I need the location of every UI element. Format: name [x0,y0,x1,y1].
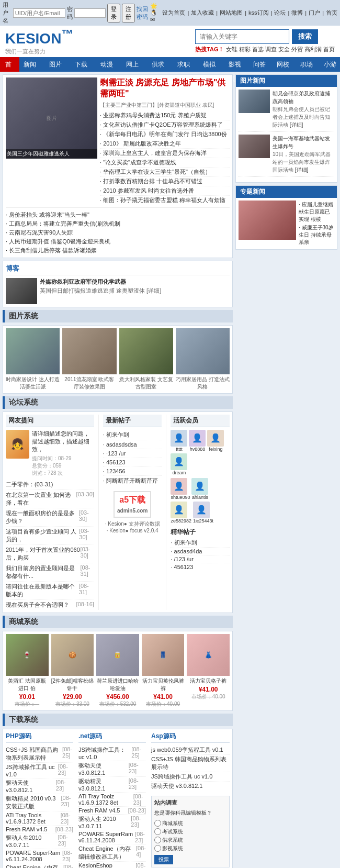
photo-link-1[interactable]: 朝兄会碍京弟及政府逮捕蔬高领袖 [273,91,330,104]
dl-item[interactable]: js web0.059孪拓程工具 v0.1 [151,745,230,755]
forum-list-item[interactable]: 这项目首有多少置业顾问 人员的，[03-30] [6,527,94,545]
survey-radio-2[interactable] [154,828,161,835]
dl-item[interactable]: Fresh RAM v4.5[08-23] [78,807,146,815]
add-fav-link[interactable]: 加入收藏 [191,9,214,17]
member-avatar[interactable]: 👤 [191,478,208,495]
home-link[interactable]: 首页 [326,9,337,17]
list-item[interactable]: · asdasd4da [171,548,230,555]
list-item[interactable]: · asdasdsdsa [103,440,162,449]
member-avatar[interactable]: 👤 [207,430,224,447]
member-avatar[interactable]: 👤 [171,502,187,518]
dl-item[interactable]: JS跨域操作工具 uc v1.0[08-23] [6,763,73,778]
list-item[interactable]: · 阿断断芹开断断芹芹 [103,476,162,486]
nav-video[interactable]: 影视频道 [224,57,250,72]
list-item[interactable]: · /123 /ur [171,555,230,563]
member-avatar[interactable]: 👤 [171,478,187,495]
nav-download[interactable]: 下载频道 [71,57,96,72]
rss-link[interactable]: kss订阅 [248,9,269,17]
dl-item[interactable]: CSS+JS 韩国商品购物系列表展示特[08-25] [6,745,73,763]
member-avatar[interactable]: 👤 [193,502,210,518]
photo-more-1[interactable]: [详细] [290,122,303,128]
list-item[interactable]: · 456123 [171,563,230,571]
dl-item[interactable]: POWARE SuperRam v6.11.24.2008[08-23] [78,830,146,844]
list-item[interactable]: · 文化蓝访认借推广卡Q2OE万容管理系统爆料了 [100,120,230,130]
list-item[interactable]: · 工商总局局：将建立完善严重失信(刷洗机制 [6,219,230,228]
nav-exam[interactable]: 模拟考场 [199,57,224,72]
special-news-item[interactable]: · 应届儿童继赠献生日原愿已实现 根棱 [299,201,334,224]
portal-link[interactable]: 门户 [309,9,320,17]
list-item[interactable]: · ·123 /ur [103,449,162,458]
hot-tag[interactable]: 调查 [265,46,277,52]
dl-item[interactable]: 驱动人生 2010 v3.0.7.11[08-23] [78,815,146,830]
hot-tag[interactable]: 安全 [278,46,290,52]
hot-tag[interactable]: 精彩 [239,46,251,52]
dl-item[interactable]: 驱动精灵 2010 v0.3 安装正式版[08-23] [6,794,73,811]
nav-teacher[interactable]: 网校名师 [274,57,297,72]
pic-thumb-1[interactable] [6,328,60,374]
weibo-link[interactable]: 微博 [291,9,303,17]
forum-list-item[interactable]: 现在一般面积房价的是是多少钱？[03-30] [6,508,94,527]
hot-tag[interactable]: 外贸 [291,46,303,52]
forum-list-item[interactable]: 我们目前房的置业顾问是是都都有什...[08-31] [6,563,94,582]
dl-item[interactable]: ATi Tray Tools v1.6.9.1372 8et[08-23] [6,811,73,826]
forum-list-item[interactable]: 请问往住在最新版本是哪个版本的[08-31] [6,582,94,600]
list-item[interactable]: · "论文买卖"成查学不道德现线 [100,158,230,168]
pic-thumb-4[interactable] [176,328,230,374]
shop-thumb-3[interactable]: 🥫 [96,634,139,676]
photo-thumb-2[interactable] [239,135,270,158]
dl-item[interactable]: 驱动天使 v3.0.812.1[08-23] [78,761,146,777]
forum-list-item[interactable]: 二手零件：(03-31) [6,480,94,490]
list-item[interactable]: · 房价若抬头 或将迎来"当头一棒" [6,210,230,219]
survey-radio-1[interactable] [154,820,161,827]
nav-home[interactable]: 首页 [0,57,19,72]
dl-item[interactable]: 驱动精灵 v3.0.812.1[08-23] [78,777,146,793]
list-item[interactable]: · 长三角刮借儿后停落 借款诉诸婚姻 [6,246,230,255]
find-pwd-link[interactable]: 找回密码 [137,5,148,21]
forum-list-item[interactable]: 现在买房子合不合适啊？[08-16] [6,600,94,610]
shop-thumb-2[interactable]: 🍪 [51,634,94,676]
nav-shop[interactable]: 网上购物 [122,57,148,72]
sitemap-link[interactable]: 网站地图 [220,9,243,17]
list-item[interactable]: · 细图：孙子撬无福宿委古盟糕 称幸福女人有烦恼 [100,196,230,205]
nav-photo[interactable]: 图片频道 [45,57,71,72]
pwd-input[interactable] [74,8,106,18]
forum-list-item[interactable]: 在北京第一次置业 如何选择，看在[03-30] [6,490,94,508]
nav-anime[interactable]: 动漫频道 [96,57,122,72]
dl-item[interactable]: Cheat Engine（内存编辑修改器工具）[08-4] [6,863,73,868]
dl-item[interactable]: 驱动人生2010 v3.0.7.11[08-23] [6,833,73,849]
special-news-item[interactable]: · 威廉王子30岁生日 持续承母系亲 [299,224,334,247]
shop-thumb-5[interactable]: 👗 [187,634,230,676]
dl-item[interactable]: POWARE SuperRam v6.11.24.2008[08-23] [6,849,73,863]
nav-qa[interactable]: 问答中心 [250,57,274,72]
dl-item[interactable]: 驱动天使 v3.0.812.1[08-23] [6,778,73,794]
dl-item[interactable]: JS跨域操作工具：uc v1.0[08-25] [78,745,146,761]
list-item[interactable]: · 打折季数百精期台排 十佳单品不可错过 [100,177,230,186]
nav-news[interactable]: 新闻频道 [19,57,45,72]
hot-tag[interactable]: 女鞋 [226,46,237,52]
list-item[interactable]: · 初来乍到 [103,430,162,440]
dl-item[interactable]: Cheat Engine（内存编辑修改器工具）[08-4] [78,844,146,862]
nav-supply[interactable]: 供求信息 [148,57,173,72]
survey-radio-3[interactable] [154,837,161,843]
login-button[interactable]: 登录 [107,4,120,23]
shop-thumb-4[interactable]: 👖 [142,634,185,676]
list-item[interactable]: · 2010 参戴军发风 时尚女往首选外番 [100,186,230,196]
list-item[interactable]: · 深圳海上皇宫主人，建皇宫是为保存海洋 [100,149,230,158]
nav-career[interactable]: 职场资讯 [297,57,321,72]
list-item[interactable]: · 云南尼石泥灾害90人失踪 [6,228,230,237]
list-item[interactable]: · 123456 [103,467,162,476]
dl-item[interactable]: ATi Tray Toolz v1.6.9.1372 8et[08-23] [78,793,146,807]
photo-link-2[interactable]: 美国一海军基地武器站发生爆炸号 [273,136,330,149]
member-avatar[interactable]: 👤 [189,430,206,447]
list-item[interactable]: · 《新华每日电讯》明年在商门发行 日均达3800份 [100,130,230,139]
dl-item[interactable]: 驱动天使 v3.0.812.1 [151,782,230,791]
hot-tag[interactable]: 首页 [323,46,335,52]
member-avatar[interactable]: 👤 [171,453,187,470]
register-button[interactable]: 注册 [122,4,135,23]
uid-input[interactable] [13,8,65,18]
dl-item[interactable]: JS跨域操作工具 uc v1.0 [151,772,230,782]
photo-more-2[interactable]: [详细] [295,167,309,173]
forum-link[interactable]: 论坛 [274,9,286,17]
pic-thumb-2[interactable] [62,328,116,374]
member-avatar[interactable]: 👤 [171,430,187,447]
